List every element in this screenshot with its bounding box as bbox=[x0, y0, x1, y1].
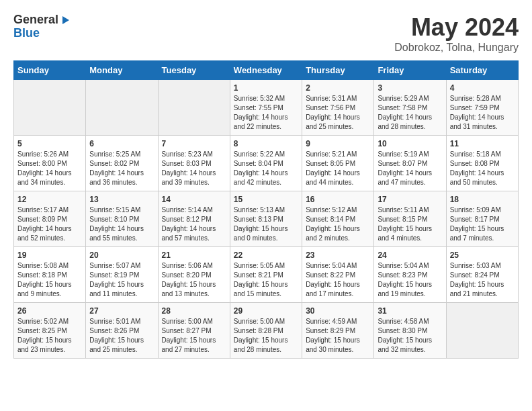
cell-info: Sunrise: 5:04 AMSunset: 8:23 PMDaylight:… bbox=[378, 262, 432, 298]
month-year-title: May 2024 bbox=[394, 13, 519, 42]
day-number: 18 bbox=[450, 195, 515, 204]
calendar-cell: 21Sunrise: 5:06 AMSunset: 8:20 PMDayligh… bbox=[158, 247, 230, 303]
day-number: 5 bbox=[17, 139, 82, 148]
calendar-cell: 31Sunrise: 4:58 AMSunset: 8:30 PMDayligh… bbox=[374, 303, 446, 359]
cell-info: Sunrise: 5:03 AMSunset: 8:24 PMDaylight:… bbox=[450, 262, 504, 298]
logo-general-text: General bbox=[13, 13, 58, 27]
cell-info: Sunrise: 5:14 AMSunset: 8:12 PMDaylight:… bbox=[162, 206, 216, 242]
day-number: 26 bbox=[17, 306, 82, 316]
day-number: 3 bbox=[378, 83, 442, 93]
calendar-cell: 29Sunrise: 5:00 AMSunset: 8:28 PMDayligh… bbox=[230, 303, 302, 359]
calendar-cell bbox=[158, 80, 230, 136]
col-header-tuesday: Tuesday bbox=[158, 61, 230, 80]
location-subtitle: Dobrokoz, Tolna, Hungary bbox=[394, 42, 519, 54]
col-header-friday: Friday bbox=[374, 61, 446, 80]
calendar-cell: 20Sunrise: 5:07 AMSunset: 8:19 PMDayligh… bbox=[86, 247, 158, 303]
calendar-cell: 7Sunrise: 5:23 AMSunset: 8:03 PMDaylight… bbox=[158, 136, 230, 191]
calendar-cell: 23Sunrise: 5:04 AMSunset: 8:22 PMDayligh… bbox=[302, 247, 374, 303]
calendar-cell: 16Sunrise: 5:12 AMSunset: 8:14 PMDayligh… bbox=[302, 191, 374, 247]
calendar-cell: 18Sunrise: 5:09 AMSunset: 8:17 PMDayligh… bbox=[446, 191, 518, 247]
col-header-monday: Monday bbox=[86, 61, 158, 80]
cell-info: Sunrise: 5:23 AMSunset: 8:03 PMDaylight:… bbox=[162, 150, 216, 186]
cell-info: Sunrise: 5:04 AMSunset: 8:22 PMDaylight:… bbox=[306, 262, 360, 298]
calendar-cell: 14Sunrise: 5:14 AMSunset: 8:12 PMDayligh… bbox=[158, 191, 230, 247]
day-number: 15 bbox=[234, 195, 298, 204]
calendar-cell: 27Sunrise: 5:01 AMSunset: 8:26 PMDayligh… bbox=[86, 303, 158, 359]
calendar-week-row: 26Sunrise: 5:02 AMSunset: 8:25 PMDayligh… bbox=[14, 303, 519, 359]
page-header: General Blue May 2024 Dobrokoz, Tolna, H… bbox=[13, 13, 519, 54]
calendar-cell: 12Sunrise: 5:17 AMSunset: 8:09 PMDayligh… bbox=[14, 191, 86, 247]
cell-info: Sunrise: 5:15 AMSunset: 8:10 PMDaylight:… bbox=[89, 206, 144, 242]
day-number: 7 bbox=[162, 139, 226, 148]
day-number: 16 bbox=[306, 195, 370, 204]
col-header-saturday: Saturday bbox=[446, 61, 518, 80]
day-number: 1 bbox=[234, 83, 298, 93]
cell-info: Sunrise: 5:00 AMSunset: 8:28 PMDaylight:… bbox=[234, 318, 288, 353]
col-header-wednesday: Wednesday bbox=[230, 61, 302, 80]
calendar-cell: 13Sunrise: 5:15 AMSunset: 8:10 PMDayligh… bbox=[86, 191, 158, 247]
cell-info: Sunrise: 5:19 AMSunset: 8:07 PMDaylight:… bbox=[378, 150, 432, 186]
calendar-cell: 6Sunrise: 5:25 AMSunset: 8:02 PMDaylight… bbox=[86, 136, 158, 191]
cell-info: Sunrise: 5:07 AMSunset: 8:19 PMDaylight:… bbox=[89, 262, 144, 298]
calendar-header-row: SundayMondayTuesdayWednesdayThursdayFrid… bbox=[14, 61, 519, 80]
day-number: 10 bbox=[378, 139, 442, 148]
cell-info: Sunrise: 5:26 AMSunset: 8:00 PMDaylight:… bbox=[17, 150, 72, 186]
svg-marker-0 bbox=[62, 16, 69, 24]
col-header-thursday: Thursday bbox=[302, 61, 374, 80]
calendar-cell: 5Sunrise: 5:26 AMSunset: 8:00 PMDaylight… bbox=[14, 136, 86, 191]
cell-info: Sunrise: 5:00 AMSunset: 8:27 PMDaylight:… bbox=[162, 318, 216, 353]
day-number: 27 bbox=[89, 306, 154, 316]
day-number: 17 bbox=[378, 195, 442, 204]
logo: General Blue bbox=[13, 13, 71, 40]
day-number: 21 bbox=[162, 250, 226, 260]
cell-info: Sunrise: 5:13 AMSunset: 8:13 PMDaylight:… bbox=[234, 206, 288, 242]
day-number: 30 bbox=[306, 306, 370, 316]
day-number: 2 bbox=[306, 83, 370, 93]
cell-info: Sunrise: 5:11 AMSunset: 8:15 PMDaylight:… bbox=[378, 206, 432, 242]
cell-info: Sunrise: 5:01 AMSunset: 8:26 PMDaylight:… bbox=[89, 318, 144, 353]
day-number: 20 bbox=[89, 250, 154, 260]
cell-info: Sunrise: 5:28 AMSunset: 7:59 PMDaylight:… bbox=[450, 95, 504, 130]
cell-info: Sunrise: 5:06 AMSunset: 8:20 PMDaylight:… bbox=[162, 262, 216, 298]
cell-info: Sunrise: 5:17 AMSunset: 8:09 PMDaylight:… bbox=[17, 206, 72, 242]
calendar-table: SundayMondayTuesdayWednesdayThursdayFrid… bbox=[13, 60, 519, 359]
day-number: 19 bbox=[17, 250, 82, 260]
calendar-week-row: 12Sunrise: 5:17 AMSunset: 8:09 PMDayligh… bbox=[14, 191, 519, 247]
cell-info: Sunrise: 5:18 AMSunset: 8:08 PMDaylight:… bbox=[450, 150, 504, 186]
cell-info: Sunrise: 5:29 AMSunset: 7:58 PMDaylight:… bbox=[378, 95, 432, 130]
day-number: 28 bbox=[162, 306, 226, 316]
calendar-cell: 26Sunrise: 5:02 AMSunset: 8:25 PMDayligh… bbox=[14, 303, 86, 359]
cell-info: Sunrise: 5:22 AMSunset: 8:04 PMDaylight:… bbox=[234, 150, 288, 186]
day-number: 13 bbox=[89, 195, 154, 204]
cell-info: Sunrise: 5:09 AMSunset: 8:17 PMDaylight:… bbox=[450, 206, 504, 242]
calendar-cell bbox=[14, 80, 86, 136]
calendar-cell: 3Sunrise: 5:29 AMSunset: 7:58 PMDaylight… bbox=[374, 80, 446, 136]
day-number: 4 bbox=[450, 83, 515, 93]
calendar-cell: 24Sunrise: 5:04 AMSunset: 8:23 PMDayligh… bbox=[374, 247, 446, 303]
cell-info: Sunrise: 5:05 AMSunset: 8:21 PMDaylight:… bbox=[234, 262, 288, 298]
logo-blue-text: Blue bbox=[13, 27, 71, 40]
calendar-cell: 30Sunrise: 4:59 AMSunset: 8:29 PMDayligh… bbox=[302, 303, 374, 359]
day-number: 24 bbox=[378, 250, 442, 260]
day-number: 6 bbox=[89, 139, 154, 148]
calendar-cell: 9Sunrise: 5:21 AMSunset: 8:05 PMDaylight… bbox=[302, 136, 374, 191]
calendar-cell: 25Sunrise: 5:03 AMSunset: 8:24 PMDayligh… bbox=[446, 247, 518, 303]
calendar-cell: 4Sunrise: 5:28 AMSunset: 7:59 PMDaylight… bbox=[446, 80, 518, 136]
cell-info: Sunrise: 4:58 AMSunset: 8:30 PMDaylight:… bbox=[378, 318, 432, 353]
day-number: 9 bbox=[306, 139, 370, 148]
day-number: 14 bbox=[162, 195, 226, 204]
calendar-cell: 15Sunrise: 5:13 AMSunset: 8:13 PMDayligh… bbox=[230, 191, 302, 247]
day-number: 23 bbox=[306, 250, 370, 260]
day-number: 22 bbox=[234, 250, 298, 260]
calendar-cell: 19Sunrise: 5:08 AMSunset: 8:18 PMDayligh… bbox=[14, 247, 86, 303]
cell-info: Sunrise: 4:59 AMSunset: 8:29 PMDaylight:… bbox=[306, 318, 360, 353]
cell-info: Sunrise: 5:21 AMSunset: 8:05 PMDaylight:… bbox=[306, 150, 360, 186]
calendar-cell: 22Sunrise: 5:05 AMSunset: 8:21 PMDayligh… bbox=[230, 247, 302, 303]
calendar-cell bbox=[86, 80, 158, 136]
cell-info: Sunrise: 5:25 AMSunset: 8:02 PMDaylight:… bbox=[89, 150, 144, 186]
cell-info: Sunrise: 5:02 AMSunset: 8:25 PMDaylight:… bbox=[17, 318, 72, 353]
calendar-cell: 10Sunrise: 5:19 AMSunset: 8:07 PMDayligh… bbox=[374, 136, 446, 191]
calendar-cell: 2Sunrise: 5:31 AMSunset: 7:56 PMDaylight… bbox=[302, 80, 374, 136]
calendar-cell: 8Sunrise: 5:22 AMSunset: 8:04 PMDaylight… bbox=[230, 136, 302, 191]
calendar-cell: 11Sunrise: 5:18 AMSunset: 8:08 PMDayligh… bbox=[446, 136, 518, 191]
